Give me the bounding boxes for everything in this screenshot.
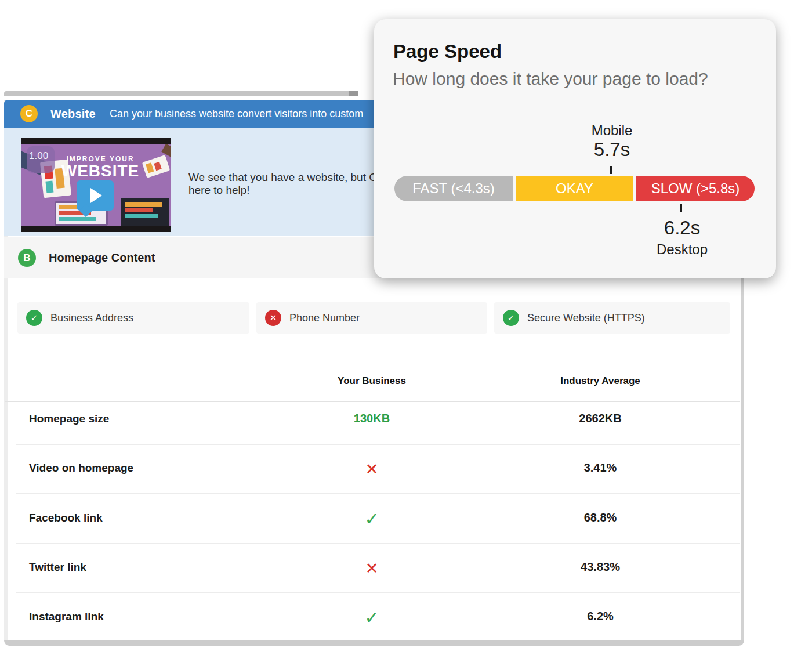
- table-row-divider: [16, 444, 740, 445]
- intro-text-line2: here to help!: [188, 184, 250, 197]
- speed-segment-okay: OKAY: [516, 176, 633, 201]
- grade-badge-c: C: [20, 105, 38, 122]
- table-row-divider: [16, 543, 740, 544]
- cross-circle-icon: ✕: [265, 310, 281, 326]
- stripe-shape: [125, 208, 153, 212]
- horizontal-scrollbar[interactable]: [4, 91, 358, 96]
- speed-segment-okay-label: OKAY: [556, 180, 593, 196]
- page-speed-subtitle: How long does it take your page to load?: [393, 69, 708, 89]
- industry-average-value: 43.83%: [513, 560, 687, 574]
- industry-average-value: 2662KB: [513, 412, 687, 425]
- play-icon: [90, 188, 102, 203]
- page-speed-title: Page Speed: [393, 41, 502, 63]
- desktop-speed-value: 6.2s: [647, 217, 717, 239]
- homepage-content-title: Homepage Content: [49, 237, 155, 278]
- check-circle-icon: ✓: [503, 310, 519, 326]
- laptop-screen-shape: [121, 198, 169, 228]
- keyboard-shape: [48, 229, 111, 232]
- industry-average-value: 68.8%: [513, 511, 687, 524]
- section-title: Website: [50, 100, 96, 128]
- grade-badge-b: B: [18, 249, 36, 267]
- mobile-speed-value: 5.7s: [577, 139, 647, 161]
- speed-segment-slow: SLOW (>5.8s): [636, 176, 755, 201]
- speed-segment-fast: FAST (<4.3s): [394, 176, 513, 201]
- check-label: Phone Number: [289, 302, 360, 334]
- column-header-your-business: Your Business: [285, 375, 459, 387]
- scrollbar-thumb[interactable]: [349, 91, 358, 96]
- check-card-business-address: ✓ Business Address: [17, 302, 249, 334]
- industry-average-value: 6.2%: [513, 610, 687, 623]
- phone-shape: [142, 155, 171, 178]
- video-thumbnail[interactable]: 1.00 IMPROVE YOUR WEBSITE: [21, 138, 171, 232]
- stripe-shape: [125, 214, 158, 218]
- row-label-video-on-homepage: Video on homepage: [29, 462, 133, 475]
- section-subtitle: Can your business website convert visito…: [110, 100, 374, 128]
- stripe-shape: [59, 217, 96, 221]
- mobile-tick-mark: [610, 166, 612, 174]
- check-icon: ✓: [285, 606, 459, 630]
- laptop-keyboard-shape: [116, 228, 171, 232]
- check-circle-icon: ✓: [26, 310, 42, 326]
- intro-text-line1: We see that you have a website, but Go: [188, 171, 384, 184]
- video-timestamp: 1.00: [29, 150, 55, 162]
- bar-shape: [45, 181, 53, 193]
- page-speed-card: Page Speed How long does it take your pa…: [374, 19, 776, 278]
- speed-segment-fast-label: FAST (<4.3s): [412, 180, 495, 196]
- row-label-twitter-link: Twitter link: [29, 561, 86, 574]
- your-business-value: 130KB: [285, 412, 459, 425]
- table-header-divider: [5, 401, 740, 402]
- row-label-instagram-link: Instagram link: [29, 610, 104, 623]
- industry-average-value: 3.41%: [513, 461, 687, 475]
- cross-icon: ✕: [285, 556, 459, 581]
- row-label-facebook-link: Facebook link: [29, 512, 103, 524]
- table-row-divider: [16, 493, 740, 494]
- play-button[interactable]: [77, 180, 114, 211]
- table-row-divider: [16, 592, 740, 593]
- cross-icon: ✕: [285, 457, 459, 482]
- check-icon: ✓: [285, 507, 459, 531]
- check-card-secure-website: ✓ Secure Website (HTTPS): [494, 302, 730, 334]
- check-label: Secure Website (HTTPS): [527, 302, 645, 334]
- row-label-homepage-size: Homepage size: [29, 412, 109, 425]
- check-label: Business Address: [50, 302, 133, 334]
- stripe-shape: [125, 202, 162, 207]
- video-caption-main: WEBSITE: [59, 162, 142, 180]
- stripe-shape: [154, 162, 162, 171]
- stripe-shape: [146, 162, 154, 173]
- speed-segment-slow-label: SLOW (>5.8s): [651, 180, 740, 196]
- mobile-label: Mobile: [577, 122, 647, 139]
- panel-bottom-edge: [4, 640, 744, 646]
- column-header-industry-average: Industry Average: [513, 375, 687, 387]
- check-card-phone-number: ✕ Phone Number: [256, 302, 487, 334]
- desktop-tick-mark: [680, 204, 682, 212]
- desktop-label: Desktop: [647, 241, 717, 258]
